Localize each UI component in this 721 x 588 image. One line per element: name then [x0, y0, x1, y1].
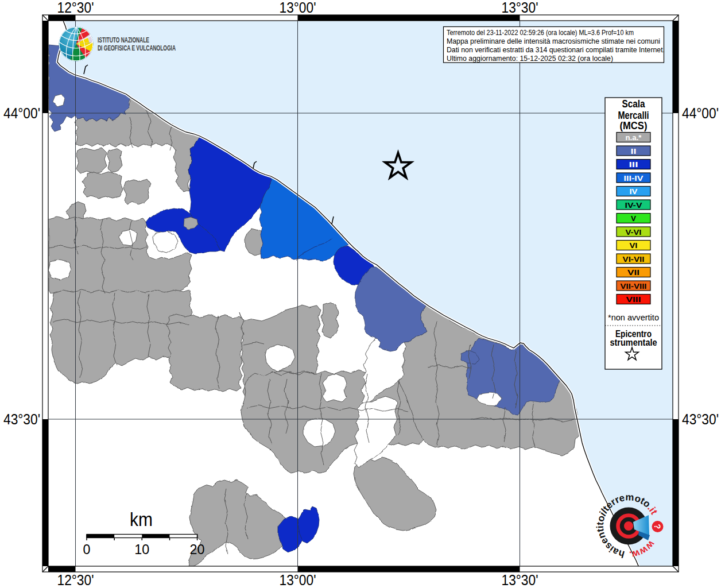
- svg-text:Ultimo aggiornamento: 15-12-20: Ultimo aggiornamento: 15-12-2025 02:32 (…: [447, 54, 613, 63]
- svg-text:V-VI: V-VI: [626, 228, 642, 237]
- svg-text:VIII: VIII: [626, 295, 641, 304]
- svg-text:II: II: [631, 147, 637, 156]
- svg-text:VI-VII: VI-VII: [623, 255, 645, 264]
- svg-text:?: ?: [653, 524, 663, 529]
- svg-text:44°00': 44°00': [3, 105, 40, 122]
- svg-text:Scala: Scala: [622, 98, 646, 110]
- svg-text:43°30': 43°30': [682, 411, 719, 428]
- svg-text:VII: VII: [627, 268, 639, 277]
- svg-text:IV: IV: [630, 187, 638, 196]
- svg-text:0: 0: [83, 541, 91, 557]
- svg-text:III-IV: III-IV: [624, 174, 644, 183]
- svg-text:strumentale: strumentale: [610, 338, 657, 347]
- svg-text:km: km: [130, 509, 153, 530]
- svg-text:43°30': 43°30': [3, 411, 40, 428]
- svg-text:IV-V: IV-V: [625, 201, 642, 210]
- svg-text:Terremoto del 23-11-2022 02:59: Terremoto del 23-11-2022 02:59:26 (ora l…: [447, 28, 634, 37]
- svg-text:13°00': 13°00': [280, 0, 316, 16]
- svg-text:Dati non verificati estratti d: Dati non verificati estratti da 314 ques…: [447, 45, 665, 54]
- svg-text:ISTITUTO NAZIONALE: ISTITUTO NAZIONALE: [98, 36, 149, 44]
- svg-text:(MCS): (MCS): [620, 120, 648, 131]
- svg-text:13°30': 13°30': [502, 571, 538, 588]
- svg-text:13°00': 13°00': [280, 571, 316, 588]
- svg-text:10: 10: [134, 541, 149, 557]
- svg-text:12°30': 12°30': [57, 571, 94, 588]
- svg-text:V: V: [631, 214, 636, 223]
- svg-text:n.a.*: n.a.*: [626, 133, 642, 142]
- svg-text:VI: VI: [630, 241, 638, 250]
- svg-text:Mappa preliminare delle intens: Mappa preliminare delle intensità macros…: [447, 37, 660, 45]
- svg-text:44°00': 44°00': [682, 105, 719, 122]
- svg-text:III: III: [629, 160, 638, 169]
- svg-text:13°30': 13°30': [502, 0, 538, 16]
- svg-text:VII-VIII: VII-VIII: [621, 282, 647, 291]
- svg-text:20: 20: [190, 541, 205, 557]
- svg-text:12°30': 12°30': [57, 0, 94, 16]
- svg-text:*non avvertito: *non avvertito: [608, 313, 659, 322]
- svg-text:DI GEOFISICA E VULCANOLOGIA: DI GEOFISICA E VULCANOLOGIA: [98, 44, 176, 52]
